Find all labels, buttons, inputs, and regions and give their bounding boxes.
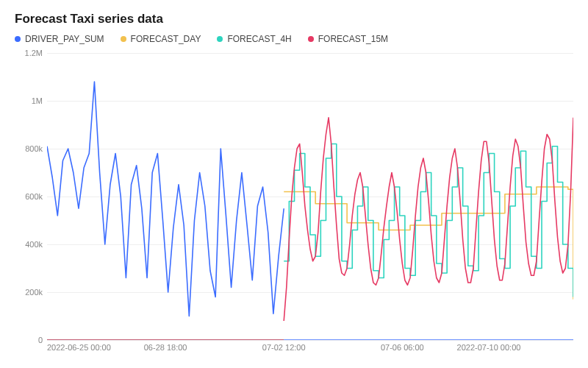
plot-area: 0200k400k600k800k1M1.2M 2022-06-25 00:00…: [15, 53, 573, 362]
chart-container: Forecast Taxi series data DRIVER_PAY_SUM…: [0, 0, 588, 368]
chart-title: Forecast Taxi series data: [15, 12, 573, 26]
y-tick: 800k: [25, 144, 43, 153]
legend-item-forecast-15m[interactable]: FORECAST_15M: [308, 34, 388, 44]
y-tick: 0: [38, 336, 43, 344]
circle-icon: [15, 36, 21, 42]
legend-label: FORECAST_15M: [318, 34, 388, 44]
legend-label: DRIVER_PAY_SUM: [25, 34, 104, 44]
y-tick: 200k: [25, 288, 43, 297]
series-forecast-15m: [284, 118, 573, 321]
x-tick: 07-02 12:00: [262, 343, 306, 352]
y-tick: 1.2M: [25, 49, 43, 57]
x-axis: 2022-06-25 00:0006-28 18:0007-02 12:0007…: [47, 340, 573, 362]
circle-icon: [121, 36, 126, 42]
x-tick: 2022-06-25 00:00: [47, 343, 111, 352]
circle-icon: [308, 36, 314, 42]
series-driver-pay-sum: [47, 82, 284, 316]
legend-label: FORECAST_4H: [227, 34, 291, 44]
y-tick: 1M: [32, 96, 43, 105]
plot: [47, 53, 573, 340]
y-tick: 400k: [25, 240, 43, 249]
legend-label: FORECAST_DAY: [131, 34, 201, 44]
plot-svg: [47, 53, 573, 340]
legend-item-forecast-day[interactable]: FORECAST_DAY: [121, 34, 201, 44]
y-axis: 0200k400k600k800k1M1.2M: [15, 53, 47, 340]
x-tick: 07-06 06:00: [381, 343, 424, 352]
circle-icon: [217, 36, 223, 42]
y-tick: 600k: [25, 192, 43, 201]
legend-item-driver-pay-sum[interactable]: DRIVER_PAY_SUM: [15, 34, 104, 44]
series-forecast-4h: [284, 144, 573, 297]
x-tick: 2022-07-10 00:00: [457, 343, 521, 352]
x-tick: 06-28 18:00: [144, 343, 187, 352]
legend-item-forecast-4h[interactable]: FORECAST_4H: [217, 34, 291, 44]
legend: DRIVER_PAY_SUM FORECAST_DAY FORECAST_4H …: [15, 34, 573, 44]
